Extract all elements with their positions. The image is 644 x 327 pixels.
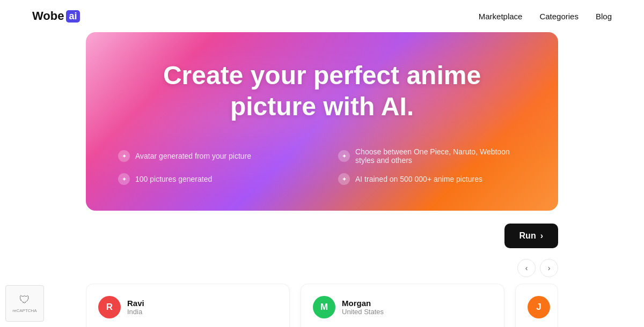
logo[interactable]: Wobeai — [32, 9, 80, 23]
reviewer-name-0: Ravi — [127, 299, 144, 308]
review-text-1: I was skeptical at first, but this servi… — [313, 325, 492, 327]
avatar-0: R — [98, 296, 121, 318]
recaptcha-label: reCAPTCHA — [12, 308, 36, 313]
check-icon-2: ✦ — [118, 173, 130, 185]
nav-blog[interactable]: Blog — [596, 12, 612, 21]
avatar-1: M — [313, 296, 335, 318]
reviewer-header-0: R Ravi India — [98, 296, 277, 318]
chevron-right-icon: › — [548, 264, 551, 272]
reviewer-info-0: Ravi India — [127, 299, 144, 316]
review-card-0: R Ravi India I loved this anime photo ge… — [86, 284, 290, 327]
chevron-right-icon: › — [540, 231, 543, 241]
recaptcha-logo: 🛡 — [19, 294, 30, 306]
reviews-prev-button[interactable]: ‹ — [517, 259, 536, 277]
check-icon-1: ✦ — [118, 150, 130, 162]
chevron-left-icon: ‹ — [525, 264, 528, 272]
review-card-2: J — [515, 284, 558, 327]
logo-ai-badge: ai — [66, 10, 79, 23]
check-icon-3: ✦ — [338, 150, 350, 162]
review-text-0: I loved this anime photo generation serv… — [98, 325, 277, 327]
reviews-section: ‹ › R Ravi India I loved this anime phot… — [0, 259, 644, 327]
nav-categories[interactable]: Categories — [539, 12, 579, 21]
feature-item-3: ✦ Choose between One Piece, Naruto, Webt… — [338, 147, 526, 165]
hero-title: Create your perfect animepicture with AI… — [118, 60, 526, 122]
review-card-1: M Morgan United States I was skeptical a… — [301, 284, 504, 327]
reviewer-name-1: Morgan — [342, 299, 384, 308]
feature-item-2: ✦ 100 pictures generated — [118, 173, 306, 185]
logo-text: Wobe — [32, 9, 64, 23]
hero-features: ✦ Avatar generated from your picture ✦ C… — [118, 147, 526, 185]
main-nav: Marketplace Categories Blog — [479, 12, 612, 21]
avatar-2: J — [528, 296, 550, 318]
hero-banner: Create your perfect animepicture with AI… — [86, 32, 558, 211]
reviewer-country-1: United States — [342, 308, 384, 316]
reviews-nav: ‹ › — [86, 259, 558, 277]
reviewer-info-1: Morgan United States — [342, 299, 384, 316]
reviews-list: R Ravi India I loved this anime photo ge… — [86, 284, 558, 327]
reviews-next-button[interactable]: › — [540, 259, 558, 277]
feature-item-4: ✦ AI trained on 500 000+ anime pictures — [338, 173, 526, 185]
nav-marketplace[interactable]: Marketplace — [479, 12, 523, 21]
reviewer-header-2: J — [528, 296, 546, 318]
run-section: Run › — [0, 224, 644, 248]
recaptcha-widget: 🛡 reCAPTCHA — [5, 285, 44, 322]
run-button[interactable]: Run › — [504, 224, 558, 248]
feature-item-1: ✦ Avatar generated from your picture — [118, 147, 306, 165]
check-icon-4: ✦ — [338, 173, 350, 185]
reviewer-country-0: India — [127, 308, 144, 316]
reviewer-header-1: M Morgan United States — [313, 296, 492, 318]
